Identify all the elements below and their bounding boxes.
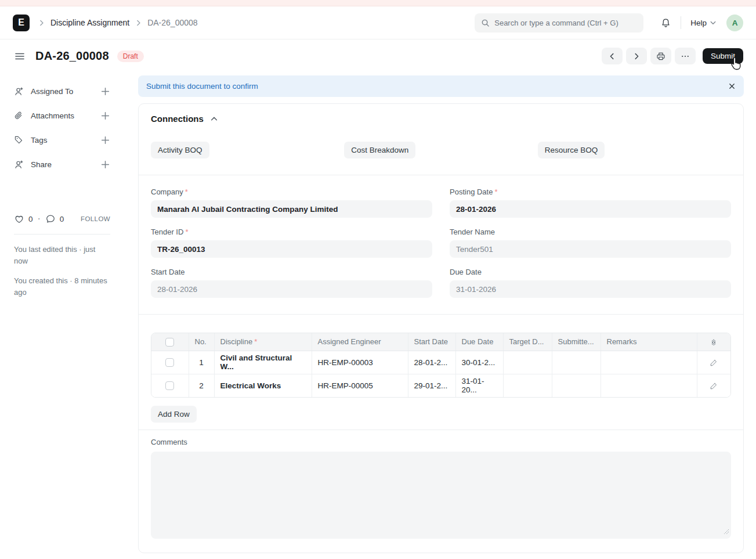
count-separator: · xyxy=(38,214,41,224)
col-due-date: Due Date xyxy=(455,333,503,351)
sidebar-item-share[interactable]: Share xyxy=(14,152,110,176)
cell-target-date[interactable] xyxy=(503,374,552,397)
comments-section: Comments xyxy=(139,430,743,553)
cell-remarks[interactable] xyxy=(601,374,697,397)
chevron-right-icon xyxy=(135,19,142,27)
tender-name-label: Tender Name xyxy=(450,228,495,236)
cell-no[interactable]: 1 xyxy=(189,351,214,374)
print-button[interactable] xyxy=(650,48,671,64)
comments-textarea[interactable] xyxy=(151,452,731,539)
tender-id-input[interactable]: TR-26_00013 xyxy=(151,240,432,258)
add-attachment-button[interactable] xyxy=(100,111,110,121)
grid-settings-gear-icon[interactable] xyxy=(710,338,718,347)
cell-submitted[interactable] xyxy=(552,374,601,397)
chevron-up-icon[interactable] xyxy=(210,115,218,123)
row-checkbox[interactable] xyxy=(165,358,174,367)
plus-icon xyxy=(100,111,110,121)
disciplines-grid: No. Discipline* Assigned Engineer Start … xyxy=(151,333,731,398)
posting-date-label: Posting Date xyxy=(450,187,493,196)
notifications-bell-icon[interactable] xyxy=(661,18,671,28)
cost-breakdown-link[interactable]: Cost Breakdown xyxy=(344,142,415,158)
user-avatar[interactable]: A xyxy=(726,15,743,31)
cell-engineer[interactable]: HR-EMP-00005 xyxy=(312,374,408,397)
start-date-field: Start Date 28-01-2026 xyxy=(151,268,432,298)
more-menu-button[interactable] xyxy=(675,48,696,64)
edit-row-pencil-icon[interactable] xyxy=(710,359,718,367)
top-accent-strip xyxy=(0,0,756,6)
posting-date-field: Posting Date* 28-01-2026 xyxy=(450,187,731,218)
comment-count: 0 xyxy=(60,215,64,223)
col-assigned-engineer: Assigned Engineer xyxy=(312,333,408,351)
like-heart-icon[interactable] xyxy=(14,214,24,224)
resource-boq-link[interactable]: Resource BOQ xyxy=(538,142,605,158)
follow-button[interactable]: FOLLOW xyxy=(81,215,110,222)
global-search[interactable] xyxy=(475,13,643,33)
created-note[interactable]: You created this · 8 minutes ago xyxy=(14,275,110,298)
status-badge: Draft xyxy=(117,51,144,62)
table-row: 2 Electrical Works HR-EMP-00005 29-01-2.… xyxy=(151,374,730,397)
col-submitted: Submitte... xyxy=(552,333,601,351)
required-marker: * xyxy=(494,187,497,196)
required-marker: * xyxy=(254,337,257,346)
share-user-icon xyxy=(14,160,24,169)
resize-handle-icon[interactable] xyxy=(724,526,729,537)
start-date-input: 28-01-2026 xyxy=(151,280,432,298)
user-plus-icon xyxy=(14,86,24,96)
fields-section: Company* Manarah Al Jubail Contracting C… xyxy=(139,175,743,314)
like-count: 0 xyxy=(28,215,33,223)
row-checkbox[interactable] xyxy=(165,381,174,390)
posting-date-input[interactable]: 28-01-2026 xyxy=(450,200,731,218)
next-document-button[interactable] xyxy=(626,48,647,64)
due-date-label: Due Date xyxy=(450,268,482,276)
sidebar-item-label: Attachments xyxy=(31,111,74,120)
sidebar-item-label: Share xyxy=(31,160,52,169)
company-label: Company xyxy=(151,187,183,196)
help-menu[interactable]: Help xyxy=(690,19,717,27)
cell-target-date[interactable] xyxy=(503,351,552,374)
add-row-button[interactable]: Add Row xyxy=(151,406,197,423)
add-share-button[interactable] xyxy=(100,160,110,169)
plus-icon xyxy=(100,160,110,169)
col-discipline-label: Discipline xyxy=(220,337,253,346)
company-input[interactable]: Manarah Al Jubail Contracting Company Li… xyxy=(151,200,432,218)
add-tag-button[interactable] xyxy=(100,135,110,145)
printer-icon xyxy=(656,52,665,61)
comment-bubble-icon[interactable] xyxy=(45,214,56,224)
cell-remarks[interactable] xyxy=(601,351,697,374)
cell-submitted[interactable] xyxy=(552,351,601,374)
sidebar-item-attachments[interactable]: Attachments xyxy=(14,103,110,128)
cell-due-date[interactable]: 31-01-20... xyxy=(455,374,503,397)
start-date-label: Start Date xyxy=(151,268,185,276)
cell-due-date[interactable]: 30-01-2... xyxy=(455,351,503,374)
navbar: E Discipline Assignment DA-26_00008 Help… xyxy=(0,6,756,39)
cell-no[interactable]: 2 xyxy=(189,374,214,397)
due-date-input: 31-01-2026 xyxy=(450,280,731,298)
ellipsis-icon xyxy=(681,52,690,61)
cell-discipline[interactable]: Civil and Structural W... xyxy=(214,351,312,374)
edit-row-pencil-icon[interactable] xyxy=(710,382,718,390)
sidebar-item-tags[interactable]: Tags xyxy=(14,128,110,152)
cell-start-date[interactable]: 29-01-2... xyxy=(408,374,455,397)
select-all-checkbox[interactable] xyxy=(165,338,174,347)
tender-name-input: Tender501 xyxy=(450,240,731,258)
submit-button[interactable]: Submit xyxy=(703,48,743,64)
close-icon[interactable] xyxy=(728,82,736,90)
activity-boq-link[interactable]: Activity BOQ xyxy=(151,142,209,158)
cell-start-date[interactable]: 28-01-2... xyxy=(408,351,455,374)
navbar-right: Help A xyxy=(475,13,743,33)
page-header: DA-26_00008 Draft Submit xyxy=(0,39,756,65)
cell-discipline[interactable]: Electrical Works xyxy=(214,374,312,397)
sidebar-toggle-icon[interactable] xyxy=(14,51,26,62)
prev-document-button[interactable] xyxy=(602,48,623,64)
breadcrumb-doctype[interactable]: Discipline Assignment xyxy=(50,18,129,27)
paperclip-icon xyxy=(14,111,24,120)
last-edited-note[interactable]: You last edited this · just now xyxy=(14,244,110,267)
sidebar-item-assigned-to[interactable]: Assigned To xyxy=(14,79,110,103)
cell-engineer[interactable]: HR-EMP-00003 xyxy=(312,351,408,374)
company-field: Company* Manarah Al Jubail Contracting C… xyxy=(151,187,432,218)
app-logo[interactable]: E xyxy=(13,15,30,31)
col-target-date: Target D... xyxy=(503,333,552,351)
col-discipline: Discipline* xyxy=(214,333,312,351)
add-assignment-button[interactable] xyxy=(100,86,110,96)
search-input[interactable] xyxy=(494,19,637,27)
